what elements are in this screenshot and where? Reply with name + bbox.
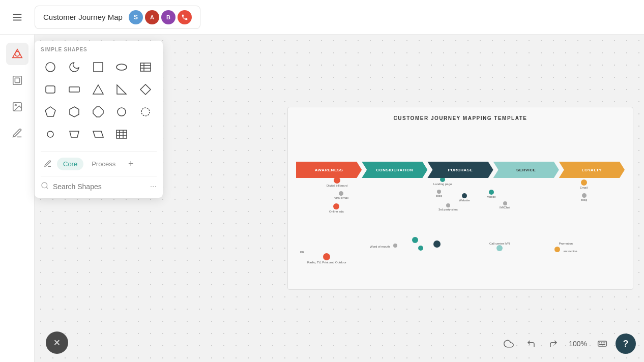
tab-add-button[interactable]: + <box>124 157 138 171</box>
shape-pentagon[interactable] <box>41 102 60 122</box>
panel-tabs: Core Process + <box>41 151 157 171</box>
tab-process[interactable]: Process <box>85 158 122 170</box>
shape-table-grid[interactable] <box>112 125 131 144</box>
stage-service: service <box>493 162 559 178</box>
search-icon <box>41 182 49 192</box>
search-more-button[interactable]: ··· <box>150 182 157 191</box>
svg-point-25 <box>141 108 150 116</box>
undo-button[interactable] <box>522 335 540 353</box>
title-box: Customer Journey Map S A B <box>35 6 200 29</box>
svg-marker-28 <box>93 131 103 137</box>
help-button[interactable]: ? <box>616 334 636 354</box>
call-icon[interactable] <box>178 10 192 24</box>
svg-point-11 <box>116 64 127 70</box>
shapes-tab-icon[interactable] <box>41 157 55 171</box>
diagram-title: CUSTOMER JOURNEY MAPPING TEMPLATE <box>296 115 625 121</box>
avatar-s: S <box>129 10 143 24</box>
shape-table-h[interactable] <box>136 57 155 77</box>
shape-circle-outline[interactable] <box>112 102 131 122</box>
svg-marker-23 <box>93 107 103 117</box>
redo-button[interactable] <box>544 335 563 353</box>
sidebar-item-freehand[interactable] <box>6 122 28 144</box>
svg-point-26 <box>47 131 53 137</box>
panel-section-title: SIMPLE SHAPES <box>41 47 157 52</box>
svg-rect-16 <box>46 86 55 93</box>
svg-rect-6 <box>15 78 19 82</box>
svg-point-9 <box>46 63 55 72</box>
shape-parallelogram[interactable] <box>89 125 108 144</box>
avatar-b: B <box>161 10 175 24</box>
svg-rect-5 <box>13 76 21 85</box>
svg-rect-12 <box>140 63 151 71</box>
shape-triangle[interactable] <box>89 80 108 99</box>
shape-circle-dash[interactable] <box>136 102 155 122</box>
svg-rect-10 <box>94 63 103 72</box>
sidebar-item-image[interactable] <box>6 96 28 118</box>
collaborators: S A B <box>129 10 192 24</box>
menu-button[interactable] <box>8 8 26 26</box>
stage-loyalty: loyalty <box>559 162 625 178</box>
svg-marker-19 <box>117 85 126 94</box>
svg-marker-22 <box>70 107 79 117</box>
panel-search: ··· <box>41 176 157 192</box>
svg-marker-21 <box>45 107 55 116</box>
shape-rect-wide[interactable] <box>65 80 84 99</box>
avatar-a: A <box>145 10 159 24</box>
svg-point-24 <box>118 108 126 116</box>
shapes-grid <box>41 57 157 144</box>
stage-purchase: purchase <box>427 162 493 178</box>
svg-rect-36 <box>598 341 607 346</box>
document-title: Customer Journey Map <box>43 13 123 21</box>
svg-line-35 <box>46 187 48 189</box>
sidebar-item-frame[interactable] <box>6 69 28 92</box>
shape-square[interactable] <box>89 57 108 77</box>
tab-core[interactable]: Core <box>57 158 83 170</box>
stage-awareness: awareness <box>296 162 362 178</box>
stage-consideration: consideration <box>362 162 427 178</box>
topbar: Customer Journey Map S A B <box>0 0 644 35</box>
shape-rounded-rect[interactable] <box>41 80 60 99</box>
shape-circle[interactable] <box>41 57 60 77</box>
shape-octagon[interactable] <box>89 102 108 122</box>
stages-row: awareness consideration purchase service… <box>296 162 625 178</box>
fab-close-button[interactable]: × <box>46 331 68 354</box>
svg-point-4 <box>15 51 19 56</box>
sidebar-item-shapes[interactable] <box>6 43 28 65</box>
keyboard-icon[interactable] <box>593 335 611 353</box>
shape-hexagon[interactable] <box>65 102 84 122</box>
shape-ellipse[interactable] <box>112 57 131 77</box>
svg-point-8 <box>15 104 16 106</box>
shape-right-triangle[interactable] <box>112 80 131 99</box>
zoom-level: 100% <box>567 340 589 348</box>
shape-crescent[interactable] <box>65 57 84 77</box>
cloud-icon[interactable] <box>500 335 518 353</box>
svg-marker-20 <box>140 84 151 95</box>
svg-marker-27 <box>70 131 79 137</box>
svg-rect-29 <box>116 130 127 138</box>
bottombar: 100% ? <box>500 334 636 354</box>
shape-circle-sm[interactable] <box>41 125 60 144</box>
svg-marker-18 <box>93 85 103 94</box>
shape-trapezoid[interactable] <box>65 125 84 144</box>
svg-rect-17 <box>69 87 79 92</box>
shape-diamond[interactable] <box>136 80 155 99</box>
sidebar <box>0 35 35 362</box>
diagram-card: CUSTOMER JOURNEY MAPPING TEMPLATE Search… <box>287 107 633 290</box>
search-input[interactable] <box>53 183 146 191</box>
svg-point-34 <box>42 183 47 188</box>
shapes-panel: SIMPLE SHAPES <box>35 41 163 198</box>
